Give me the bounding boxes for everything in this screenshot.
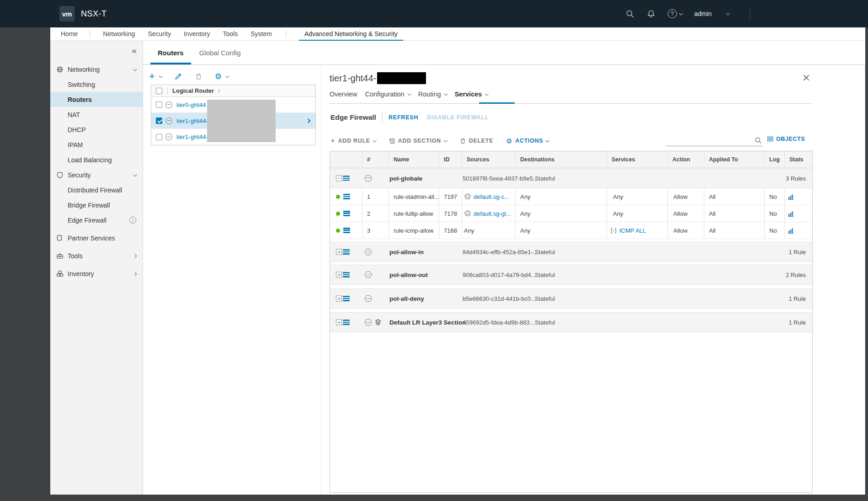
firewall-rule-row-1[interactable]: 1 rule-stadmin-all... 7197 Gdefault.sg-c… — [330, 188, 812, 205]
tab-routers[interactable]: Routers — [158, 49, 184, 64]
drag-handle-icon[interactable] — [343, 228, 350, 233]
svg-text:G: G — [466, 195, 469, 198]
search-icon[interactable] — [626, 10, 634, 18]
nav-item-security[interactable]: Security — [148, 30, 171, 37]
tab-services[interactable]: Services — [455, 91, 488, 98]
sidebar-item-switching[interactable]: Switching — [50, 77, 143, 92]
active-tab-underline — [479, 102, 515, 104]
drag-handle-icon[interactable] — [343, 211, 350, 216]
drag-handle-icon[interactable] — [343, 272, 350, 277]
nav-item-system[interactable]: System — [250, 30, 272, 37]
nav-item-home[interactable]: Home — [61, 30, 78, 37]
drag-handle-icon[interactable] — [343, 320, 350, 325]
delete-trash-icon[interactable] — [195, 73, 202, 80]
sidebar-group-label: Networking — [68, 66, 100, 73]
sidebar-item-distributed-firewall[interactable]: Distributed Firewall — [50, 182, 143, 197]
add-router-button[interactable] — [149, 72, 155, 81]
nav-item-advanced-networking-security[interactable]: Advanced Networking & Security — [304, 27, 398, 41]
expand-section-icon[interactable] — [336, 272, 342, 278]
source-group-link[interactable]: default.sg-c... — [474, 193, 509, 200]
section-row-pol-allow-out[interactable]: pol-allow-out 906ca803-d017-4a79-bd4... … — [330, 265, 812, 285]
help-menu[interactable]: ? — [668, 9, 682, 18]
tab-overview[interactable]: Overview — [330, 91, 357, 98]
select-all-checkbox[interactable] — [156, 88, 162, 94]
delete-button[interactable]: DELETE — [459, 138, 494, 144]
notifications-bell-icon[interactable] — [647, 10, 655, 18]
refresh-button[interactable]: REFRESH — [389, 114, 418, 121]
chevron-right-icon[interactable] — [306, 118, 311, 123]
sidebar-item-edge-firewall[interactable]: Edge Firewall — [50, 213, 143, 228]
section-row-pol-all-deny[interactable]: pol-all-deny b5e66630-c31d-441b-bc0... S… — [330, 288, 812, 309]
add-router-menu-chevron[interactable] — [159, 74, 162, 78]
sidebar-item-load-balancing[interactable]: Load Balancing — [50, 152, 143, 167]
sidebar-item-routers[interactable]: Routers — [50, 92, 143, 107]
add-rule-button[interactable]: ADD RULE — [330, 138, 376, 144]
add-section-button[interactable]: ADD SECTION — [389, 138, 447, 144]
drag-handle-icon[interactable] — [343, 176, 350, 181]
tools-toolbox-icon — [56, 252, 64, 260]
sidebar-group-tools[interactable]: Tools — [50, 248, 143, 263]
sidebar-group-partner-services[interactable]: Partner Services — [50, 230, 143, 245]
nav-item-inventory[interactable]: Inventory — [184, 30, 210, 37]
rule-stats-chart-icon[interactable] — [788, 210, 794, 217]
section-row-default-lr-layer3[interactable]: Default LR Layer3 Section 459692d5-fdea-… — [330, 312, 812, 332]
objects-button[interactable]: OBJECTS — [767, 136, 805, 142]
rule-enabled-status-icon — [336, 195, 340, 199]
drag-handle-icon[interactable] — [343, 194, 350, 199]
sidebar-item-label: Bridge Firewall — [68, 202, 110, 209]
sidebar-group-inventory[interactable]: Inventory — [50, 266, 143, 281]
row-checkbox[interactable] — [156, 134, 162, 140]
rule-stats-chart-icon[interactable] — [788, 227, 794, 234]
router-name-link[interactable]: tier1-ght44- — [176, 117, 208, 124]
close-icon[interactable] — [803, 74, 810, 81]
router-list-panel: Logical Router tier0-ght44 tier1-ght44- — [143, 65, 320, 495]
router-name-link[interactable]: tier1-ght44- — [176, 133, 208, 140]
sidebar-group-networking[interactable]: Networking — [50, 62, 143, 77]
sidebar-group-security[interactable]: Security — [50, 167, 143, 182]
edge-firewall-header: Edge Firewall REFRESH DISABLE FIREWALL — [330, 111, 489, 124]
expand-section-icon[interactable] — [336, 296, 342, 302]
section-row-pol-allow-in[interactable]: pol-allow-in 84d4934c-effb-452a-85e1-...… — [330, 242, 812, 262]
tab-label: Overview — [330, 91, 357, 98]
settings-menu-chevron[interactable] — [226, 74, 229, 78]
disable-firewall-button[interactable]: DISABLE FIREWALL — [427, 114, 489, 121]
nav-item-tools[interactable]: Tools — [223, 30, 238, 37]
service-link[interactable]: ICMP ALL — [619, 227, 646, 234]
user-menu[interactable]: admin — [694, 10, 729, 17]
expand-section-icon[interactable] — [336, 320, 342, 325]
sidebar-item-ipam[interactable]: IPAM — [50, 137, 143, 152]
drag-handle-icon[interactable] — [343, 296, 350, 301]
sidebar-item-bridge-firewall[interactable]: Bridge Firewall — [50, 197, 143, 213]
collapse-section-icon[interactable] — [336, 175, 342, 181]
sidebar-collapse-icon[interactable] — [132, 46, 137, 55]
tab-global-config[interactable]: Global Config — [199, 49, 241, 64]
nav-item-networking[interactable]: Networking — [103, 30, 135, 37]
router-name-link[interactable]: tier0-ght44 — [176, 101, 206, 108]
firewall-rule-row-2[interactable]: 2 rule-fullip-allow 7178 Gdefault.sg-gl.… — [330, 205, 812, 222]
section-rule-count: 2 Rules — [786, 272, 806, 278]
section-row-pol-globale[interactable]: pol-globale 501897f8-5eea-4937-b9e5... S… — [330, 168, 812, 188]
tab-routing[interactable]: Routing — [418, 91, 447, 98]
status-circle-minus-icon — [165, 133, 172, 140]
rule-stats-chart-icon[interactable] — [788, 193, 794, 200]
section-name: pol-all-deny — [389, 295, 424, 302]
section-rule-count: 3 Rules — [786, 175, 806, 181]
row-checkbox-checked[interactable] — [156, 117, 162, 124]
row-checkbox[interactable] — [156, 101, 162, 108]
firewall-rule-row-3[interactable]: 3 rule-icmp-allow 7168 Any Any ICMP ALL … — [330, 222, 812, 239]
detail-title-text: tier1-ght44- — [330, 73, 376, 84]
search-input[interactable] — [666, 134, 763, 146]
settings-gear-icon[interactable] — [215, 73, 222, 80]
plus-icon — [330, 138, 335, 144]
expand-section-icon[interactable] — [336, 249, 342, 255]
info-icon — [129, 217, 136, 224]
actions-button[interactable]: ACTIONS — [506, 137, 548, 145]
sidebar-item-nat[interactable]: NAT — [50, 107, 143, 122]
source-group-link[interactable]: default.sg-gl... — [474, 210, 511, 217]
sidebar-item-dhcp[interactable]: DHCP — [50, 122, 143, 137]
edit-pencil-icon[interactable] — [174, 72, 182, 80]
tab-configuration[interactable]: Configuration — [365, 91, 410, 98]
drag-handle-icon[interactable] — [343, 249, 350, 255]
vmware-logo-text: vm — [62, 10, 72, 18]
sort-ascending-icon[interactable] — [218, 87, 221, 94]
